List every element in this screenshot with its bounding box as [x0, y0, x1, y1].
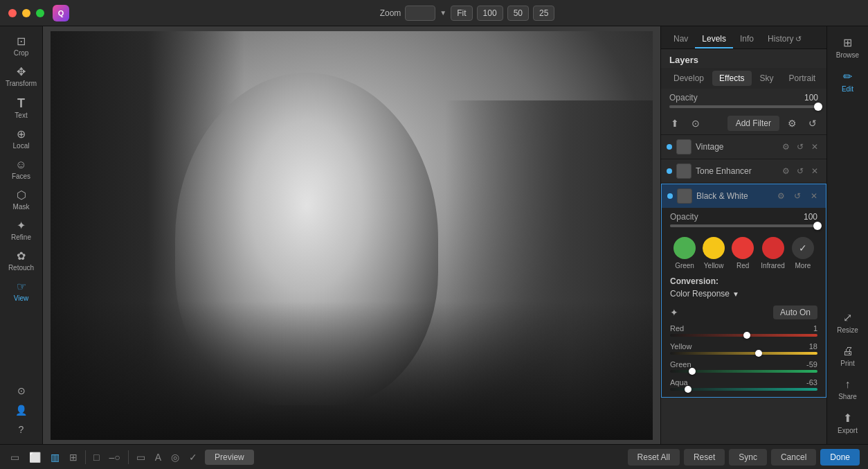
swatch-infrared[interactable]: Infrared [761, 237, 784, 269]
opacity-slider[interactable] [669, 105, 818, 108]
slider-green-thumb[interactable] [689, 368, 696, 375]
tool-share-bottom[interactable]: ⊙ [3, 382, 39, 400]
slider-aqua-thumb[interactable] [685, 386, 691, 393]
slider-yellow[interactable] [670, 352, 817, 355]
slider-aqua-value: -63 [806, 378, 817, 387]
tool-view[interactable]: ☞ View [3, 277, 39, 306]
tab-history[interactable]: History ↺ [761, 30, 808, 48]
tone-settings-icon[interactable]: ⚙ [779, 165, 792, 177]
reset-all-button[interactable]: Reset All [628, 449, 680, 466]
slider-aqua[interactable] [670, 388, 817, 391]
tool-refine[interactable]: ✦ Refine [3, 216, 39, 245]
settings-icon[interactable]: ⚙ [784, 115, 800, 132]
subtab-effects[interactable]: Effects [712, 71, 751, 86]
layout-multi-icon[interactable]: ⊞ [67, 450, 80, 465]
tool-user[interactable]: 👤 [3, 401, 39, 419]
slider-yellow-label: Yellow [670, 342, 691, 351]
zoom-input[interactable]: 50 [405, 6, 435, 21]
fit-button[interactable]: Fit [451, 6, 472, 21]
camera-icon[interactable]: ⊙ [687, 115, 704, 132]
tab-info[interactable]: Info [733, 30, 761, 48]
far-export[interactable]: ⬆ Export [830, 407, 866, 439]
layout-single-icon[interactable]: ▭ [8, 450, 21, 465]
done-button[interactable]: Done [820, 449, 860, 466]
swatch-more[interactable]: ✓ More [792, 237, 814, 269]
tool-crop[interactable]: ⊡ Crop [3, 32, 39, 61]
tab-levels[interactable]: Levels [695, 30, 733, 48]
frame-icon[interactable]: ▭ [134, 450, 147, 465]
layer-vintage-active[interactable] [667, 144, 672, 150]
vintage-close-icon[interactable]: ✕ [808, 141, 821, 153]
vintage-undo-icon[interactable]: ↺ [794, 141, 806, 153]
layer-tone-active[interactable] [667, 168, 672, 174]
layer-tone-name: Tone Enhancer [696, 166, 775, 176]
bw-title: Black & White [696, 191, 770, 201]
slider-red[interactable] [670, 334, 817, 337]
tool-mask[interactable]: ⬡ Mask [3, 186, 39, 215]
circle-icon[interactable]: ◎ [169, 450, 181, 465]
auto-on-button[interactable]: Auto On [773, 306, 817, 319]
bw-close-icon[interactable]: ✕ [808, 190, 820, 202]
browse-icon: ⊞ [843, 36, 852, 49]
tool-faces-label: Faces [12, 172, 30, 180]
layout-split-icon[interactable]: ⬜ [27, 450, 43, 465]
bw-undo-icon[interactable]: ↺ [791, 190, 804, 202]
tone-close-icon[interactable]: ✕ [808, 165, 821, 177]
tab-nav[interactable]: Nav [667, 30, 695, 48]
far-print[interactable]: 🖨 Print [830, 341, 866, 371]
zoom-50-button[interactable]: 50 [507, 6, 529, 21]
mask-bottom-icon[interactable]: □ [91, 450, 101, 465]
layer-tone-thumb [676, 163, 691, 179]
undo-icon[interactable]: ↺ [804, 115, 821, 132]
reset-button[interactable]: Reset [684, 449, 725, 466]
slider-red-thumb[interactable] [743, 332, 750, 339]
slider-green-row: Green -59 [662, 358, 826, 376]
swatch-yellow[interactable]: Yellow [703, 237, 725, 269]
conversion-dropdown[interactable]: Color Response ▼ [670, 289, 817, 299]
zoom-25-button[interactable]: 25 [533, 6, 554, 21]
tool-text[interactable]: T Text [3, 93, 39, 123]
bw-opacity-label: Opacity [670, 212, 698, 222]
target-icon[interactable]: –○ [107, 450, 122, 465]
far-share[interactable]: ↑ Share [830, 374, 866, 405]
layout-compare-icon[interactable]: ▥ [48, 450, 62, 465]
zoom-dropdown-icon[interactable]: ▼ [440, 9, 446, 17]
bw-opacity-slider[interactable] [670, 224, 817, 227]
checkmark-icon[interactable]: ✓ [187, 450, 199, 465]
subtab-portrait[interactable]: Portrait [782, 71, 823, 86]
add-filter-button[interactable]: Add Filter [727, 116, 779, 131]
far-resize[interactable]: ⤢ Resize [830, 307, 866, 338]
far-browse[interactable]: ⊞ Browse [830, 32, 866, 63]
export-icon[interactable]: ⬆ [667, 115, 683, 132]
swatch-green[interactable]: Green [673, 237, 696, 269]
far-browse-label: Browse [836, 51, 859, 59]
bw-settings-icon[interactable]: ⚙ [775, 190, 787, 202]
tool-local[interactable]: ⊕ Local [3, 125, 39, 154]
slider-green-value: -59 [806, 360, 817, 369]
subtab-develop[interactable]: Develop [667, 71, 711, 86]
sync-button[interactable]: Sync [729, 449, 767, 466]
swatch-infrared-label: Infrared [761, 262, 784, 269]
preview-button[interactable]: Preview [205, 450, 254, 465]
cancel-button[interactable]: Cancel [771, 449, 816, 466]
slider-yellow-value: 18 [809, 342, 817, 351]
tool-help[interactable]: ? [3, 421, 39, 439]
tool-transform[interactable]: ✥ Transform [3, 62, 39, 91]
tone-undo-icon[interactable]: ↺ [794, 165, 806, 177]
close-button[interactable] [8, 9, 17, 17]
far-edit[interactable]: ✏ Edit [830, 66, 866, 97]
zoom-100-button[interactable]: 100 [477, 6, 503, 21]
minimize-button[interactable] [22, 9, 30, 17]
bw-active-dot[interactable] [667, 193, 673, 199]
swatch-red[interactable]: Red [732, 237, 754, 269]
vintage-settings-icon[interactable]: ⚙ [779, 141, 792, 153]
slider-yellow-thumb[interactable] [755, 350, 762, 357]
text-bottom-icon[interactable]: A [153, 450, 163, 465]
tool-retouch[interactable]: ✿ Retouch [3, 247, 39, 276]
subtab-sky[interactable]: Sky [753, 71, 781, 86]
canvas-area[interactable] [43, 26, 660, 444]
maximize-button[interactable] [36, 9, 44, 17]
faces-icon: ☺ [15, 159, 26, 170]
tool-faces[interactable]: ☺ Faces [3, 155, 39, 184]
slider-green[interactable] [670, 370, 817, 373]
